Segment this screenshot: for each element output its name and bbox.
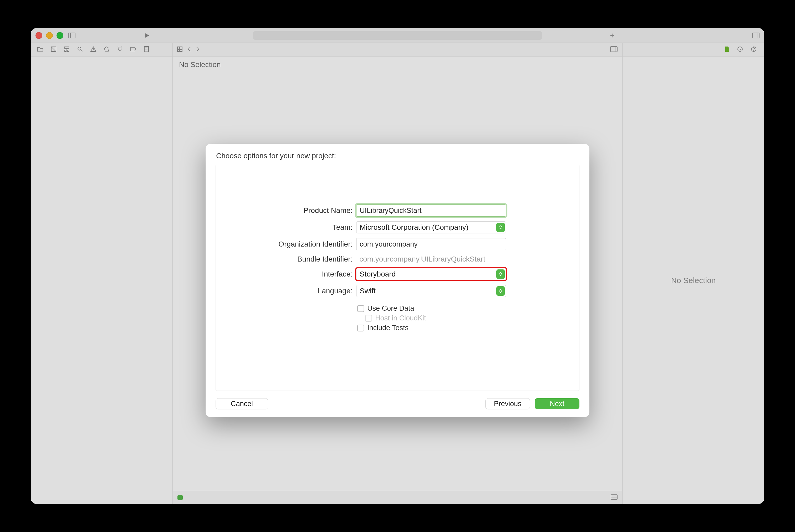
related-items-icon[interactable]: [177, 46, 183, 53]
sheet-body: Product Name: Team: Microsoft Corporatio…: [215, 165, 580, 391]
svg-point-17: [118, 48, 121, 51]
host-cloudkit-label: Host in CloudKit: [375, 314, 426, 322]
svg-rect-12: [67, 50, 69, 52]
history-inspector-icon[interactable]: [737, 46, 743, 53]
svg-rect-24: [180, 47, 182, 49]
host-cloudkit-checkbox: [365, 315, 372, 322]
project-navigator-icon[interactable]: [37, 46, 43, 53]
interface-select[interactable]: Storyboard: [356, 268, 506, 280]
svg-marker-16: [105, 47, 109, 51]
svg-rect-27: [610, 46, 617, 52]
find-navigator-icon[interactable]: [77, 46, 83, 53]
previous-button[interactable]: Previous: [485, 398, 530, 409]
nav-forward-icon[interactable]: [196, 46, 200, 53]
svg-point-31: [754, 50, 754, 51]
help-inspector-icon[interactable]: [751, 46, 757, 53]
bundle-id-value: com.yourcompany.UILibraryQuickStart: [356, 255, 506, 263]
breakpoint-navigator-icon[interactable]: [130, 47, 136, 53]
editor-tabstrip: [173, 43, 622, 57]
debug-navigator-icon[interactable]: [117, 46, 123, 53]
svg-rect-32: [611, 495, 617, 499]
include-tests-checkbox[interactable]: [357, 325, 364, 331]
language-select[interactable]: Swift: [356, 285, 506, 297]
team-select[interactable]: Microsoft Corporation (Company): [356, 221, 506, 233]
sheet-title: Choose options for your new project:: [216, 152, 580, 160]
interface-label: Interface:: [216, 270, 353, 278]
language-label: Language:: [216, 287, 353, 295]
run-button[interactable]: [143, 32, 151, 39]
debug-activate-icon[interactable]: [177, 495, 183, 500]
source-control-navigator-icon[interactable]: [51, 46, 57, 53]
editor-bottom-bar: [173, 491, 622, 504]
updown-caret-icon: [496, 269, 505, 279]
svg-line-19: [121, 46, 122, 47]
include-tests-label: Include Tests: [367, 324, 409, 332]
close-window-button[interactable]: [36, 32, 42, 39]
nav-back-icon[interactable]: [187, 46, 191, 53]
use-core-data-checkbox[interactable]: [357, 305, 364, 312]
team-select-value: Microsoft Corporation (Company): [360, 223, 469, 232]
right-panel-toggle-icon[interactable]: [752, 32, 759, 39]
interface-select-value: Storyboard: [360, 270, 396, 278]
titlebar: [31, 28, 764, 43]
navigator-icons: [31, 43, 173, 57]
org-id-label: Organization Identifier:: [216, 240, 353, 248]
navigator-tabstrip: [31, 43, 764, 57]
updown-caret-icon: [496, 286, 505, 296]
debug-panel-toggle-icon[interactable]: [611, 494, 618, 501]
cancel-button[interactable]: Cancel: [215, 398, 268, 409]
minimize-window-button[interactable]: [46, 32, 53, 39]
product-name-input[interactable]: [356, 205, 506, 216]
updown-caret-icon: [496, 223, 505, 232]
language-select-value: Swift: [360, 287, 376, 295]
editor-path-bar: No Selection: [173, 57, 622, 73]
svg-rect-25: [177, 50, 179, 52]
add-tab-button[interactable]: [609, 32, 616, 39]
svg-rect-26: [180, 50, 182, 52]
traffic-lights: [36, 32, 63, 39]
svg-marker-2: [145, 33, 149, 38]
org-id-input[interactable]: [356, 238, 506, 250]
use-core-data-label: Use Core Data: [367, 304, 414, 312]
file-inspector-icon[interactable]: [724, 46, 730, 53]
editor-panel-toggle-icon[interactable]: [610, 46, 618, 53]
svg-line-14: [81, 50, 82, 52]
editor-path-text: No Selection: [179, 60, 221, 69]
scheme-status-bar[interactable]: [253, 31, 542, 40]
inspector-empty-text: No Selection: [671, 276, 716, 285]
xcode-window: No Selection No Selection Choose options…: [31, 28, 764, 504]
svg-rect-9: [65, 47, 69, 49]
next-button[interactable]: Next: [535, 398, 580, 409]
svg-line-8: [51, 47, 56, 52]
test-navigator-icon[interactable]: [104, 46, 110, 53]
svg-point-13: [78, 47, 81, 50]
zoom-window-button[interactable]: [57, 32, 63, 39]
svg-rect-11: [65, 50, 66, 52]
bundle-id-label: Bundle Identifier:: [216, 255, 353, 263]
report-navigator-icon[interactable]: [144, 46, 149, 53]
sheet-footer: Cancel Previous Next: [215, 398, 580, 409]
navigator-area: [31, 57, 173, 504]
new-project-options-sheet: Choose options for your new project: Pro…: [206, 144, 589, 417]
inspector-icons: [622, 43, 764, 57]
left-panel-toggle-icon[interactable]: [68, 32, 75, 39]
issue-navigator-icon[interactable]: [90, 46, 96, 53]
symbol-navigator-icon[interactable]: [64, 46, 70, 53]
svg-rect-0: [68, 33, 75, 38]
svg-line-18: [118, 46, 118, 47]
svg-rect-5: [752, 33, 759, 38]
team-label: Team:: [216, 223, 353, 232]
inspector-area: No Selection: [622, 57, 764, 504]
product-name-label: Product Name:: [216, 206, 353, 215]
svg-rect-23: [177, 47, 179, 49]
